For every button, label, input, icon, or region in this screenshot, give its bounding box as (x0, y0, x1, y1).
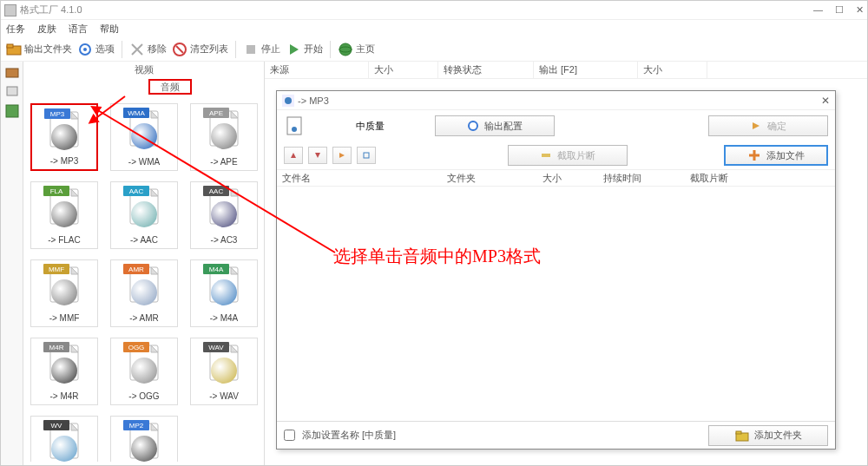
dialog-close-button[interactable]: ✕ (821, 95, 830, 107)
format-item-aac[interactable]: AAC-> AAC (110, 181, 178, 249)
format-item-mmf[interactable]: MMF-> MMF (30, 259, 98, 327)
svg-rect-55 (736, 431, 741, 434)
tab-audio-icon[interactable] (4, 84, 20, 100)
col-size[interactable]: 大小 (537, 170, 598, 186)
category-audio-label[interactable]: 音频 (148, 79, 192, 95)
format-item-m4a[interactable]: M4A-> M4A (190, 259, 258, 327)
output-config-button[interactable]: 输出配置 (435, 115, 555, 136)
svg-marker-49 (339, 153, 345, 158)
menu-task[interactable]: 任务 (6, 23, 25, 36)
col-folder[interactable]: 文件夹 (442, 170, 537, 186)
dialog-top-row: 中质量 输出配置 确定 (277, 110, 835, 141)
toolbar: 输出文件夹 选项 移除 清空列表 停止 开始 主页 (1, 37, 867, 62)
svg-point-8 (339, 43, 352, 56)
format-item-mp2[interactable]: MP2-> MP2 (110, 416, 178, 462)
col-duration[interactable]: 持续时间 (598, 170, 685, 186)
output-folder-button[interactable]: 输出文件夹 (6, 42, 72, 57)
globe-icon (338, 42, 353, 57)
tab-image-icon[interactable] (4, 103, 20, 119)
format-item-wavpack[interactable]: WVWavPack (30, 416, 98, 462)
format-item-amr[interactable]: AMR-> AMR (110, 259, 178, 327)
format-grid: MP3-> MP3WMA-> WMAAPE-> APEFLA-> FLACAAC… (30, 103, 260, 462)
format-item-wav[interactable]: WAV-> WAV (190, 338, 258, 405)
svg-rect-10 (6, 69, 18, 77)
options-button[interactable]: 选项 (77, 42, 115, 57)
nav-up-button[interactable] (284, 147, 303, 164)
menubar: 任务 皮肤 语言 帮助 (1, 20, 867, 37)
add-folder-button[interactable]: 添加文件夹 (708, 425, 828, 446)
mp3-dialog: -> MP3 ✕ 中质量 输出配置 确定 截取片断 添加文件 文件名 (276, 90, 836, 450)
tab-video-icon[interactable] (4, 65, 20, 81)
ok-button[interactable]: 确定 (708, 115, 828, 136)
stop-icon (243, 42, 259, 57)
svg-rect-1 (7, 44, 13, 48)
remove-icon (129, 42, 145, 57)
main-list-header: 来源 大小 转换状态 输出 [F2] 大小 (265, 62, 867, 79)
close-button[interactable]: ✕ (856, 4, 864, 16)
format-item-wma[interactable]: WMA-> WMA (110, 103, 178, 171)
dialog-titlebar: -> MP3 ✕ (277, 91, 835, 110)
window-title: 格式工厂 4.1.0 (20, 3, 82, 16)
svg-rect-12 (6, 105, 18, 117)
svg-rect-11 (7, 87, 17, 95)
format-item-mp3[interactable]: MP3-> MP3 (30, 103, 98, 171)
svg-point-45 (469, 121, 477, 130)
play-preview-button[interactable] (332, 147, 352, 164)
format-preview-icon (284, 115, 305, 136)
svg-point-42 (285, 97, 292, 104)
col-size2[interactable]: 大小 (638, 62, 707, 78)
menu-skin[interactable]: 皮肤 (37, 23, 56, 36)
category-video-label[interactable]: 视频 (23, 62, 264, 78)
dialog-title: -> MP3 (298, 95, 329, 106)
add-file-button[interactable]: 添加文件 (724, 145, 828, 166)
dialog-footer: 添加设置名称 [中质量] 添加文件夹 (277, 421, 835, 449)
maximize-button[interactable]: ☐ (835, 4, 844, 16)
annotation-text: 选择单击音频中的MP3格式 (333, 245, 541, 268)
clip-icon (540, 149, 552, 161)
dialog-second-row: 截取片断 添加文件 (277, 141, 835, 169)
format-item-ogg[interactable]: OGG-> OGG (110, 338, 178, 405)
info-button[interactable] (357, 147, 376, 164)
svg-rect-50 (364, 153, 369, 158)
menu-help[interactable]: 帮助 (100, 23, 119, 36)
format-item-ape[interactable]: APE-> APE (190, 103, 258, 171)
app-icon (4, 4, 16, 16)
format-item-m4r[interactable]: M4R-> M4R (30, 338, 98, 405)
svg-marker-46 (753, 122, 760, 129)
svg-rect-6 (247, 45, 255, 54)
col-clip[interactable]: 截取片断 (685, 170, 772, 186)
col-source[interactable]: 来源 (265, 62, 369, 78)
separator (122, 41, 122, 58)
minimize-button[interactable]: — (813, 4, 823, 16)
nav-down-button[interactable] (308, 147, 327, 164)
footer-checkbox-label: 添加设置名称 [中质量] (302, 429, 396, 442)
clear-icon (172, 42, 187, 57)
home-button[interactable]: 主页 (338, 42, 375, 57)
col-status[interactable]: 转换状态 (438, 62, 534, 78)
clear-button[interactable]: 清空列表 (172, 42, 228, 57)
format-item-ac3[interactable]: AAC-> AC3 (190, 181, 258, 249)
gear-icon (77, 42, 93, 57)
col-filename[interactable]: 文件名 (277, 170, 442, 186)
titlebar: 格式工厂 4.1.0 — ☐ ✕ (1, 1, 867, 20)
svg-point-44 (292, 127, 297, 132)
svg-rect-51 (542, 154, 550, 157)
stop-button[interactable]: 停止 (243, 42, 280, 57)
remove-button[interactable]: 移除 (129, 42, 167, 57)
svg-point-3 (83, 48, 87, 51)
start-button[interactable]: 开始 (286, 42, 323, 57)
col-size[interactable]: 大小 (369, 62, 438, 78)
format-item-flac[interactable]: FLA-> FLAC (30, 181, 98, 249)
add-settings-name-checkbox[interactable] (284, 430, 295, 441)
arrow-right-icon (750, 120, 762, 132)
folder-icon (6, 42, 22, 57)
play-icon (286, 42, 301, 57)
svg-marker-47 (291, 153, 296, 158)
svg-marker-7 (290, 44, 299, 55)
clip-button[interactable]: 截取片断 (508, 145, 628, 166)
menu-language[interactable]: 语言 (69, 23, 88, 36)
col-output[interactable]: 输出 [F2] (534, 62, 638, 78)
separator (235, 41, 236, 58)
format-panel: 视频 音频 MP3-> MP3WMA-> WMAAPE-> APEFLA-> F… (23, 62, 265, 465)
dialog-icon (282, 95, 294, 107)
